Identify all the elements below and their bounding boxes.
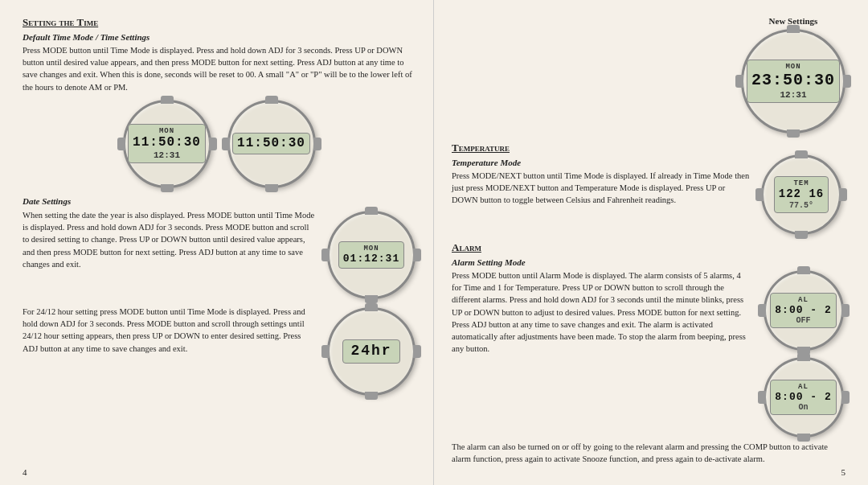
setting-time-section: Setting the Time Default Time Mode / Tim… (23, 16, 416, 93)
clock-ns-sub: 12:31 (751, 90, 835, 100)
clock-time-1: 11:50:30 (133, 135, 201, 150)
right-page: New Settings MON 23:50:30 12:31 Temperat… (434, 0, 868, 485)
clock-alarm2-line1: 8:00 - 2 (775, 391, 831, 404)
clock-btn-right[interactable] (209, 138, 217, 150)
page-number-right: 5 (841, 467, 846, 477)
clock-btn-left-2[interactable] (222, 138, 230, 150)
clock-time-2: 11:50:30 (237, 136, 305, 151)
clock-screen-temp: TEM 122 16 77.5° (774, 176, 829, 213)
clock-ns-btn-right[interactable] (843, 75, 851, 88)
clock-24hr-btn-right[interactable] (413, 345, 421, 358)
clock-sub-1: 12:31 (133, 150, 201, 160)
subsection-alarm-mode: Alarm Setting Mode (452, 257, 750, 267)
clock-24hr-btn-left[interactable] (321, 345, 330, 358)
clock-time-default: MON 11:50:30 12:31 (123, 100, 211, 188)
clock-ns-day: MON (751, 63, 835, 71)
date-settings-text: When setting the date the year is also d… (23, 209, 316, 273)
subsection-temperature-mode: Temperature Mode (452, 158, 750, 167)
clock-ns-btn-left[interactable] (735, 75, 743, 88)
section-title-temperature: Temperature (452, 142, 750, 154)
date-settings-section: Date Settings (23, 196, 416, 206)
temp-clock-col: TEM 122 16 77.5° (761, 142, 845, 235)
alarm-section: Alarm Alarm Setting Mode Press MODE butt… (452, 241, 845, 465)
clock-screen-1: MON 11:50:30 12:31 (128, 124, 206, 163)
clock-24hr-display: 24hr (347, 343, 395, 360)
para-alarm-1: Press MODE button until Alarm Mode is di… (452, 269, 750, 356)
clock-alarm2-day: AL (775, 383, 831, 391)
clock-24hr: 24hr (327, 307, 416, 396)
clock-date-btn-right[interactable] (413, 249, 421, 261)
para-date-settings: When setting the date the year is also d… (23, 209, 316, 270)
clock-temperature: TEM 122 16 77.5° (761, 154, 841, 235)
clock-screen-24hr: 24hr (342, 339, 400, 364)
section-title-setting-time: Setting the Time (23, 16, 416, 29)
clock-alarm2-btn-left[interactable] (758, 391, 766, 404)
alarm-text-col: Alarm Setting Mode Press MODE button unt… (452, 257, 750, 359)
clock-alarm1-btn-left[interactable] (758, 304, 766, 317)
clock-btn-left[interactable] (117, 138, 125, 150)
hr-setting-text: For 24/12 hour setting press MODE button… (23, 306, 316, 358)
clock-new-settings: MON 23:50:30 12:31 (741, 29, 845, 134)
section-title-alarm: Alarm (452, 241, 845, 254)
clock-temp-time: 122 16 (779, 187, 824, 201)
alarm-clocks-col: AL 8:00 - 2 OFF AL 8:00 - 2 On (761, 257, 845, 438)
clock-day-1: MON (133, 127, 201, 135)
page: Setting the Time Default Time Mode / Tim… (0, 0, 868, 485)
clock-alarm1-line1: 8:00 - 2 (775, 304, 831, 317)
clock-alarm1-line2: OFF (775, 316, 831, 325)
left-page: Setting the Time Default Time Mode / Tim… (0, 0, 434, 485)
clock-temp-day: TEM (779, 179, 824, 187)
clock-date-day: MON (343, 245, 399, 253)
clock-alarm-2: AL 8:00 - 2 On (764, 357, 844, 438)
page-number-left: 4 (23, 467, 27, 477)
para-alarm-2: The alarm can also be turned on or off b… (452, 441, 845, 465)
clock-date-time: 01:12:31 (343, 253, 399, 265)
clock-24hr-container: 24hr (327, 306, 416, 396)
clock-screen-date: MON 01:12:31 (338, 241, 404, 269)
clock-alarm2-line2: On (775, 403, 831, 412)
clock-screen-2: 11:50:30 (232, 133, 310, 154)
clock-date: MON 01:12:31 (327, 211, 416, 299)
clock-temp-sub: 77.5° (779, 201, 824, 210)
clock-row-time: MON 11:50:30 12:31 11:50:30 (23, 100, 416, 188)
subsection-date-settings: Date Settings (23, 196, 416, 206)
clock-alarm2-btn-right[interactable] (841, 391, 850, 404)
clock-temp-btn-right[interactable] (839, 188, 847, 201)
clock-alarm-1: AL 8:00 - 2 OFF (764, 270, 844, 351)
subsection-default-mode: Default Time Mode / Time Settings (23, 32, 416, 42)
clock-temp-btn-left[interactable] (755, 188, 764, 201)
para-temperature: Press MODE/NEXT button until Time Mode i… (452, 170, 750, 207)
clock-date-container: MON 01:12:31 (327, 209, 416, 299)
clock-screen-alarm2: AL 8:00 - 2 On (770, 380, 836, 416)
clock-date-btn-left[interactable] (321, 249, 330, 261)
clock-screen-ns: MON 23:50:30 12:31 (747, 60, 840, 103)
clock-alarm1-btn-right[interactable] (841, 304, 850, 317)
clock-btn-right-2[interactable] (313, 138, 321, 150)
clock-time-setting: 11:50:30 (227, 100, 316, 188)
clock-screen-alarm1: AL 8:00 - 2 OFF (770, 293, 836, 329)
temperature-text-col: Temperature Temperature Mode Press MODE/… (452, 142, 750, 210)
para-default-mode: Press MODE button until Time Mode is dis… (23, 44, 416, 93)
clock-ns-time: 23:50:30 (751, 71, 835, 90)
para-24hr: For 24/12 hour setting press MODE button… (23, 306, 316, 355)
clock-alarm1-day: AL (775, 296, 831, 304)
